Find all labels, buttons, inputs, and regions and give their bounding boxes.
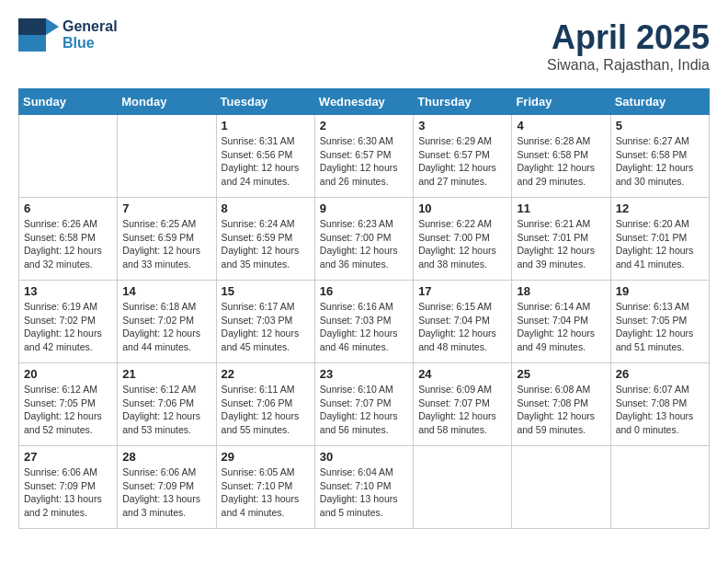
day-number: 6 [24, 201, 112, 215]
calendar-cell: 4Sunrise: 6:28 AMSunset: 6:58 PMDaylight… [512, 115, 610, 198]
day-of-week-header: Thursday [414, 89, 512, 115]
calendar-cell: 11Sunrise: 6:21 AMSunset: 7:01 PMDayligh… [512, 198, 610, 281]
day-info: Sunrise: 6:23 AMSunset: 7:00 PMDaylight:… [320, 217, 408, 271]
day-number: 18 [517, 284, 605, 298]
day-number: 17 [418, 284, 506, 298]
calendar-cell: 12Sunrise: 6:20 AMSunset: 7:01 PMDayligh… [610, 198, 709, 281]
day-number: 10 [418, 201, 506, 215]
calendar-table: SundayMondayTuesdayWednesdayThursdayFrid… [18, 88, 710, 529]
day-of-week-header: Tuesday [216, 89, 314, 115]
day-number: 20 [24, 367, 112, 381]
day-info: Sunrise: 6:25 AMSunset: 6:59 PMDaylight:… [122, 217, 210, 271]
day-info: Sunrise: 6:30 AMSunset: 6:57 PMDaylight:… [320, 134, 408, 189]
calendar-cell: 15Sunrise: 6:17 AMSunset: 7:03 PMDayligh… [216, 281, 314, 363]
calendar-cell: 26Sunrise: 6:07 AMSunset: 7:08 PMDayligh… [610, 363, 709, 446]
day-number: 1 [222, 119, 310, 132]
day-info: Sunrise: 6:08 AMSunset: 7:08 PMDaylight:… [517, 383, 605, 437]
calendar-cell: 28Sunrise: 6:06 AMSunset: 7:09 PMDayligh… [118, 446, 216, 529]
calendar-cell: 24Sunrise: 6:09 AMSunset: 7:07 PMDayligh… [414, 363, 512, 446]
day-of-week-header: Sunday [19, 89, 118, 115]
day-number: 30 [320, 450, 408, 464]
logo: General Blue [18, 18, 118, 52]
title-area: April 2025 Siwana, Rajasthan, India [547, 18, 710, 74]
day-number: 14 [122, 284, 210, 298]
day-info: Sunrise: 6:17 AMSunset: 7:03 PMDaylight:… [222, 300, 310, 354]
calendar-cell: 2Sunrise: 6:30 AMSunset: 6:57 PMDaylight… [314, 115, 413, 198]
day-info: Sunrise: 6:31 AMSunset: 6:56 PMDaylight:… [222, 134, 310, 189]
day-info: Sunrise: 6:12 AMSunset: 7:05 PMDaylight:… [24, 383, 112, 437]
calendar-week-row: 1Sunrise: 6:31 AMSunset: 6:56 PMDaylight… [19, 115, 710, 198]
page-header: General Blue April 2025 Siwana, Rajastha… [18, 18, 710, 74]
calendar-cell: 18Sunrise: 6:14 AMSunset: 7:04 PMDayligh… [512, 281, 610, 363]
day-number: 28 [122, 450, 210, 464]
day-info: Sunrise: 6:11 AMSunset: 7:06 PMDaylight:… [222, 383, 310, 437]
day-number: 23 [320, 367, 408, 381]
calendar-cell: 30Sunrise: 6:04 AMSunset: 7:10 PMDayligh… [314, 446, 413, 529]
calendar-week-row: 27Sunrise: 6:06 AMSunset: 7:09 PMDayligh… [19, 446, 710, 529]
day-info: Sunrise: 6:06 AMSunset: 7:09 PMDaylight:… [122, 465, 210, 520]
day-info: Sunrise: 6:24 AMSunset: 6:59 PMDaylight:… [222, 217, 310, 271]
day-info: Sunrise: 6:28 AMSunset: 6:58 PMDaylight:… [517, 134, 605, 189]
calendar-week-row: 13Sunrise: 6:19 AMSunset: 7:02 PMDayligh… [19, 281, 710, 363]
calendar-cell: 3Sunrise: 6:29 AMSunset: 6:57 PMDaylight… [414, 115, 512, 198]
calendar-cell: 22Sunrise: 6:11 AMSunset: 7:06 PMDayligh… [216, 363, 314, 446]
calendar-cell: 25Sunrise: 6:08 AMSunset: 7:08 PMDayligh… [512, 363, 610, 446]
svg-marker-2 [46, 18, 59, 35]
day-info: Sunrise: 6:12 AMSunset: 7:06 PMDaylight:… [122, 383, 210, 437]
calendar-week-row: 20Sunrise: 6:12 AMSunset: 7:05 PMDayligh… [19, 363, 710, 446]
day-info: Sunrise: 6:20 AMSunset: 7:01 PMDaylight:… [616, 217, 704, 271]
calendar-cell: 13Sunrise: 6:19 AMSunset: 7:02 PMDayligh… [19, 281, 118, 363]
calendar-cell: 16Sunrise: 6:16 AMSunset: 7:03 PMDayligh… [314, 281, 413, 363]
day-number: 27 [24, 450, 112, 464]
calendar-cell: 9Sunrise: 6:23 AMSunset: 7:00 PMDaylight… [314, 198, 413, 281]
day-info: Sunrise: 6:26 AMSunset: 6:58 PMDaylight:… [24, 217, 112, 271]
day-number: 21 [122, 367, 210, 381]
calendar-cell: 17Sunrise: 6:15 AMSunset: 7:04 PMDayligh… [414, 281, 512, 363]
calendar-cell: 29Sunrise: 6:05 AMSunset: 7:10 PMDayligh… [216, 446, 314, 529]
day-info: Sunrise: 6:07 AMSunset: 7:08 PMDaylight:… [616, 383, 704, 437]
day-number: 29 [222, 450, 310, 464]
logo-blue-text: Blue [63, 35, 118, 52]
calendar-cell: 10Sunrise: 6:22 AMSunset: 7:00 PMDayligh… [414, 198, 512, 281]
calendar-cell [512, 446, 610, 529]
day-info: Sunrise: 6:14 AMSunset: 7:04 PMDaylight:… [517, 300, 605, 354]
calendar-subtitle: Siwana, Rajasthan, India [547, 57, 710, 74]
day-number: 15 [222, 284, 310, 298]
day-info: Sunrise: 6:27 AMSunset: 6:58 PMDaylight:… [616, 134, 704, 189]
day-info: Sunrise: 6:16 AMSunset: 7:03 PMDaylight:… [320, 300, 408, 354]
calendar-cell [118, 115, 216, 198]
day-info: Sunrise: 6:09 AMSunset: 7:07 PMDaylight:… [418, 383, 506, 437]
day-number: 22 [222, 367, 310, 381]
day-number: 24 [418, 367, 506, 381]
day-number: 19 [616, 284, 704, 298]
calendar-cell [19, 115, 118, 198]
calendar-cell: 6Sunrise: 6:26 AMSunset: 6:58 PMDaylight… [19, 198, 118, 281]
calendar-week-row: 6Sunrise: 6:26 AMSunset: 6:58 PMDaylight… [19, 198, 710, 281]
day-number: 2 [320, 119, 408, 132]
day-info: Sunrise: 6:15 AMSunset: 7:04 PMDaylight:… [418, 300, 506, 354]
svg-rect-1 [18, 35, 46, 52]
general-blue-icon [18, 18, 59, 52]
day-info: Sunrise: 6:05 AMSunset: 7:10 PMDaylight:… [222, 465, 310, 520]
calendar-cell: 14Sunrise: 6:18 AMSunset: 7:02 PMDayligh… [118, 281, 216, 363]
calendar-cell: 21Sunrise: 6:12 AMSunset: 7:06 PMDayligh… [118, 363, 216, 446]
calendar-cell [414, 446, 512, 529]
day-of-week-header: Saturday [610, 89, 709, 115]
svg-rect-0 [18, 18, 46, 35]
day-info: Sunrise: 6:10 AMSunset: 7:07 PMDaylight:… [320, 383, 408, 437]
day-number: 26 [616, 367, 704, 381]
day-of-week-header: Monday [118, 89, 216, 115]
day-number: 7 [122, 201, 210, 215]
day-info: Sunrise: 6:19 AMSunset: 7:02 PMDaylight:… [24, 300, 112, 354]
day-number: 4 [517, 119, 605, 132]
calendar-cell: 19Sunrise: 6:13 AMSunset: 7:05 PMDayligh… [610, 281, 709, 363]
day-number: 3 [418, 119, 506, 132]
day-of-week-header: Friday [512, 89, 610, 115]
calendar-cell: 23Sunrise: 6:10 AMSunset: 7:07 PMDayligh… [314, 363, 413, 446]
day-info: Sunrise: 6:22 AMSunset: 7:00 PMDaylight:… [418, 217, 506, 271]
day-info: Sunrise: 6:21 AMSunset: 7:01 PMDaylight:… [517, 217, 605, 271]
calendar-cell [610, 446, 709, 529]
calendar-cell: 1Sunrise: 6:31 AMSunset: 6:56 PMDaylight… [216, 115, 314, 198]
day-info: Sunrise: 6:06 AMSunset: 7:09 PMDaylight:… [24, 465, 112, 520]
day-number: 9 [320, 201, 408, 215]
